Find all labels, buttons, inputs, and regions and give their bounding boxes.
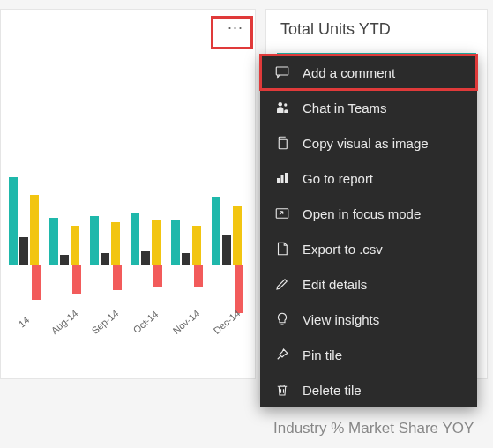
bar — [152, 220, 161, 265]
bar — [71, 226, 79, 265]
export-icon — [274, 241, 290, 257]
svg-point-4 — [279, 102, 283, 107]
menu-label: Add a comment — [303, 65, 395, 80]
x-axis-label: 14 — [5, 305, 41, 338]
svg-rect-0 — [276, 67, 288, 75]
x-axis-label: Oct-14 — [127, 305, 163, 338]
menu-delete-tile[interactable]: Delete tile — [260, 372, 477, 407]
x-axis-label: Dec-14 — [208, 305, 244, 338]
svg-rect-8 — [281, 175, 284, 183]
bar — [60, 255, 69, 265]
bar-chart: 14Aug-14Sep-14Oct-14Nov-14Dec-14 — [1, 45, 255, 345]
lightbulb-icon — [274, 311, 290, 327]
chart-tile: ··· 14Aug-14Sep-14Oct-14Nov-14Dec-14 — [0, 9, 256, 379]
menu-go-to-report[interactable]: Go to report — [260, 161, 477, 196]
menu-view-insights[interactable]: View insights — [260, 302, 477, 337]
bar — [233, 206, 242, 265]
svg-rect-6 — [279, 139, 287, 149]
svg-rect-7 — [277, 178, 280, 183]
menu-label: Delete tile — [303, 383, 362, 398]
bar — [90, 216, 99, 265]
menu-label: Open in focus mode — [303, 206, 421, 221]
bar — [222, 235, 231, 265]
copy-icon — [274, 135, 290, 151]
bar-negative — [72, 265, 81, 294]
tile-context-menu: Add a comment Chat in Teams Copy visual … — [260, 55, 477, 407]
bar — [192, 226, 201, 265]
menu-copy-visual[interactable]: Copy visual as image — [260, 125, 477, 161]
menu-label: Go to report — [303, 171, 373, 186]
tile-title: Total Units YTD — [266, 10, 487, 46]
svg-point-5 — [284, 103, 287, 106]
bar — [9, 177, 18, 265]
menu-label: View insights — [303, 312, 379, 327]
menu-chat-teams[interactable]: Chat in Teams — [260, 90, 477, 125]
x-axis-label: Sep-14 — [86, 305, 123, 338]
bar — [182, 253, 190, 265]
bar-group — [207, 197, 246, 265]
bar — [131, 213, 139, 265]
focus-icon — [274, 205, 290, 221]
pin-icon — [274, 347, 290, 362]
bar-group — [86, 216, 124, 265]
svg-rect-9 — [285, 173, 288, 183]
menu-focus-mode[interactable]: Open in focus mode — [260, 196, 477, 231]
menu-label: Pin tile — [303, 347, 342, 362]
bar-negative — [32, 265, 41, 300]
more-options-button[interactable]: ··· — [221, 15, 250, 40]
menu-label: Chat in Teams — [303, 101, 387, 116]
menu-pin-tile[interactable]: Pin tile — [260, 337, 477, 372]
bar — [171, 220, 180, 265]
bar-negative — [113, 265, 122, 290]
teams-icon — [274, 100, 290, 116]
bar-group — [4, 177, 43, 265]
comment-icon — [274, 64, 290, 80]
bar-negative — [194, 265, 203, 287]
bar — [141, 251, 150, 265]
trash-icon — [274, 382, 290, 398]
bar — [212, 197, 220, 265]
bar — [19, 237, 28, 265]
menu-edit-details[interactable]: Edit details — [260, 266, 477, 302]
bar — [111, 222, 120, 265]
svg-rect-10 — [276, 209, 288, 219]
report-icon — [274, 170, 290, 186]
menu-add-comment[interactable]: Add a comment — [260, 55, 477, 90]
menu-label: Copy visual as image — [303, 136, 429, 151]
x-axis-label: Aug-14 — [46, 305, 82, 338]
edit-icon — [274, 276, 290, 292]
menu-label: Export to .csv — [303, 242, 383, 257]
x-axis-label: Nov-14 — [168, 305, 204, 338]
secondary-tile-title: Industry % Market Share YOY — [273, 420, 474, 437]
menu-label: Edit details — [303, 277, 367, 292]
bar — [30, 195, 39, 265]
bar-group — [126, 213, 165, 265]
bar — [49, 218, 58, 265]
bar-group — [45, 218, 84, 265]
menu-export-csv[interactable]: Export to .csv — [260, 231, 477, 266]
bar-negative — [153, 265, 162, 287]
bar-group — [167, 220, 205, 265]
bar — [101, 253, 109, 265]
